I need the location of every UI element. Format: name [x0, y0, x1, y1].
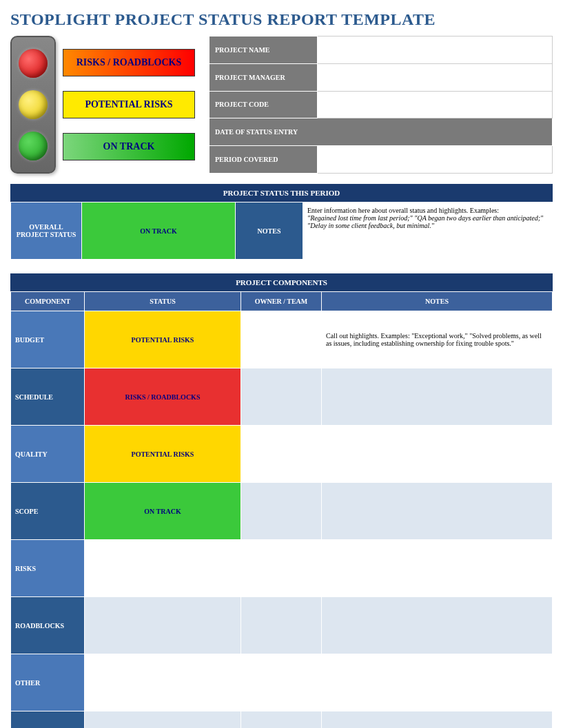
table-row: RISKS	[11, 540, 553, 597]
component-notes[interactable]	[322, 483, 553, 540]
legend-green: ON TRACK	[63, 133, 195, 160]
project-code-value[interactable]	[318, 91, 553, 118]
component-label: SCHEDULE	[11, 368, 85, 426]
project-name-label: PROJECT NAME	[209, 37, 318, 64]
project-manager-label: PROJECT MANAGER	[209, 63, 318, 91]
components-section-header: PROJECT COMPONENTS	[10, 273, 553, 291]
status-section-header: PROJECT STATUS THIS PERIOD	[10, 184, 553, 202]
component-label: RISKS	[11, 540, 85, 597]
component-status[interactable]: POTENTIAL RISKS	[85, 311, 241, 368]
component-label: BUDGET	[11, 311, 85, 368]
table-row: OTHER	[11, 711, 553, 729]
component-owner[interactable]	[241, 540, 322, 597]
component-status[interactable]: ON TRACK	[85, 483, 241, 540]
period-covered-label: PERIOD COVERED	[209, 146, 318, 174]
component-owner[interactable]	[241, 368, 322, 426]
component-label: OTHER	[11, 711, 85, 729]
col-owner: OWNER / TEAM	[241, 292, 322, 311]
component-status[interactable]: RISKS / ROADBLOCKS	[85, 368, 241, 426]
date-entry-label: DATE OF STATUS ENTRY	[209, 118, 553, 146]
component-owner[interactable]	[241, 711, 322, 729]
legend-red: RISKS / ROADBLOCKS	[63, 49, 195, 76]
overall-status-label: OVERALL PROJECT STATUS	[11, 202, 82, 260]
notes-intro: Enter information here about overall sta…	[307, 207, 499, 214]
notes-label: NOTES	[236, 202, 303, 260]
components-table: COMPONENT STATUS OWNER / TEAM NOTES BUDG…	[10, 291, 553, 728]
notes-example: "Regained lost time from last period;" "…	[307, 214, 543, 229]
stoplight-red-light	[19, 49, 48, 78]
legend-labels: RISKS / ROADBLOCKS POTENTIAL RISKS ON TR…	[63, 36, 195, 174]
component-owner[interactable]	[241, 311, 322, 368]
table-row: SCHEDULERISKS / ROADBLOCKS	[11, 368, 553, 426]
component-notes[interactable]	[322, 711, 553, 729]
notes-value[interactable]: Enter information here about overall sta…	[303, 202, 553, 260]
component-status[interactable]: POTENTIAL RISKS	[85, 426, 241, 483]
overall-status-value[interactable]: ON TRACK	[82, 202, 236, 260]
project-code-label: PROJECT CODE	[209, 91, 318, 118]
legend-area: RISKS / ROADBLOCKS POTENTIAL RISKS ON TR…	[10, 36, 195, 174]
meta-table: PROJECT NAME PROJECT MANAGER PROJECT COD…	[209, 36, 553, 174]
status-table: OVERALL PROJECT STATUS ON TRACK NOTES En…	[10, 202, 553, 260]
component-owner[interactable]	[241, 426, 322, 483]
component-owner[interactable]	[241, 597, 322, 654]
project-name-value[interactable]	[318, 37, 553, 64]
document-title: STOPLIGHT PROJECT STATUS REPORT TEMPLATE	[10, 10, 553, 29]
component-status[interactable]	[85, 597, 241, 654]
table-row: OTHER	[11, 654, 553, 711]
component-label: QUALITY	[11, 426, 85, 483]
table-row: ROADBLOCKS	[11, 597, 553, 654]
component-status[interactable]	[85, 540, 241, 597]
component-label: SCOPE	[11, 483, 85, 540]
component-notes[interactable]	[322, 597, 553, 654]
table-row: BUDGETPOTENTIAL RISKSCall out highlights…	[11, 311, 553, 368]
component-notes[interactable]	[322, 654, 553, 711]
col-status: STATUS	[85, 292, 241, 311]
table-row: QUALITYPOTENTIAL RISKS	[11, 426, 553, 483]
component-status[interactable]	[85, 654, 241, 711]
component-notes[interactable]	[322, 368, 553, 426]
component-label: ROADBLOCKS	[11, 597, 85, 654]
period-covered-value[interactable]	[318, 146, 553, 174]
table-row: SCOPEON TRACK	[11, 483, 553, 540]
stoplight-icon	[10, 36, 56, 174]
component-owner[interactable]	[241, 654, 322, 711]
component-notes[interactable]: Call out highlights. Examples: "Exceptio…	[322, 311, 553, 368]
col-notes: NOTES	[322, 292, 553, 311]
component-label: OTHER	[11, 654, 85, 711]
component-owner[interactable]	[241, 483, 322, 540]
component-notes[interactable]	[322, 426, 553, 483]
component-notes[interactable]	[322, 540, 553, 597]
top-section: RISKS / ROADBLOCKS POTENTIAL RISKS ON TR…	[10, 36, 553, 174]
stoplight-green-light	[19, 132, 48, 160]
project-manager-value[interactable]	[318, 63, 553, 91]
stoplight-yellow-light	[19, 90, 48, 119]
col-component: COMPONENT	[11, 292, 85, 311]
component-status[interactable]	[85, 711, 241, 729]
legend-yellow: POTENTIAL RISKS	[63, 91, 195, 118]
